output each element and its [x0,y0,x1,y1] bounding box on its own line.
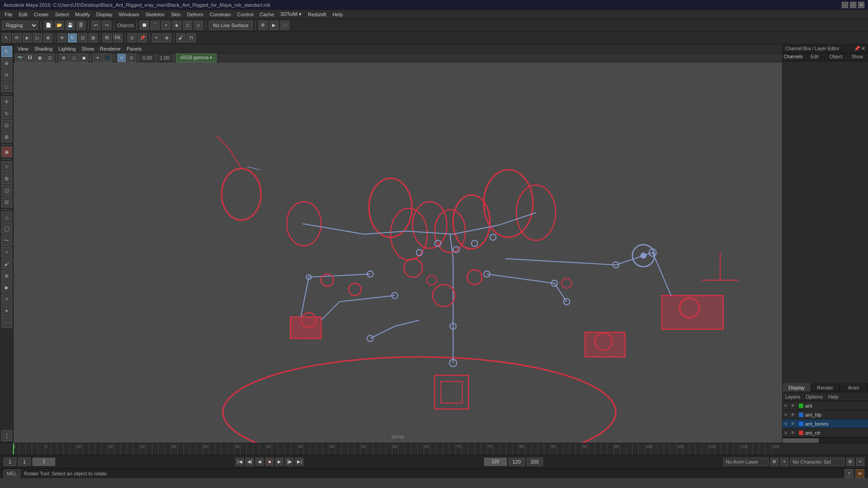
vp-menu-panels[interactable]: Panels [124,46,144,52]
rotate-tool-btn[interactable]: ↻ [68,33,77,42]
layer-ant-ctr[interactable]: V P ant_ctr [783,428,868,437]
step-back-btn[interactable]: ◀| [245,458,254,466]
menu-windows[interactable]: Windows [116,11,142,18]
help-sub[interactable]: Help [826,392,841,401]
vp-menu-lighting[interactable]: Lighting [56,46,78,52]
lasso-left-btn[interactable]: ⟳ [1,70,12,80]
char-set-add-btn[interactable]: + [856,458,864,466]
paint-select-btn[interactable]: ⬖ [23,33,32,42]
menu-display[interactable]: Display [94,11,115,18]
vp-menu-shading[interactable]: Shading [32,46,55,52]
brush-tool-btn[interactable]: ▷ [33,33,42,42]
status-maya-btn[interactable]: M [855,469,864,478]
pin-btn[interactable]: 📌 [138,33,147,42]
soft-mod2-btn[interactable]: ⊕ [162,33,171,42]
viewport-canvas[interactable]: persp [14,62,782,443]
anim-layer-label[interactable]: No Anim Layer [723,458,769,466]
snap-point-btn[interactable]: • [161,21,170,30]
paint-btn[interactable]: 🖌 [1,258,12,269]
soft-mod-btn[interactable]: + [152,33,161,42]
create-poly-btn[interactable]: △ [1,211,12,222]
lasso-tool-btn[interactable]: ⟳ [12,33,21,42]
range-end-indicator[interactable]: 120 [484,458,507,466]
edge-btn[interactable]: ⊞ [1,173,12,184]
layer-ant-bones-p[interactable]: P [792,422,797,426]
paint-select-left-btn[interactable]: ⊕ [1,58,12,69]
misc-btn[interactable]: ⋯ [1,317,12,328]
marquee-left-btn[interactable]: □ [1,81,12,92]
show-manip-btn[interactable]: ⊙ [127,33,137,42]
vp-cam-btn[interactable]: 📷 [15,53,24,62]
more-tools-btn[interactable]: ⋮ [1,430,12,441]
paint-wt-btn[interactable]: ⊓ [187,33,196,42]
right-panel-scrollbar[interactable] [783,437,868,443]
go-start-btn[interactable]: |◀ [236,458,244,466]
edit-tab[interactable]: Edit [804,53,825,61]
playhead[interactable] [13,443,14,455]
vertex-btn[interactable]: ⊹ [1,161,12,172]
menu-file[interactable]: File [2,11,15,18]
create-curve-btn[interactable]: 〜 [1,235,12,246]
redo-btn[interactable]: ↪ [102,21,111,30]
snap-view-btn[interactable]: ◻ [183,21,192,30]
minimize-button[interactable]: – [842,2,848,8]
move-tool-btn[interactable]: ✛ [57,33,66,42]
render-tab[interactable]: Render [811,383,840,392]
menu-3dtoall[interactable]: 3DToAll ▾ [278,11,304,18]
render-left-btn[interactable]: ▶ [1,282,12,293]
play-fwd-btn[interactable]: ▶ [275,458,283,466]
menu-create[interactable]: Create [31,11,52,18]
display-btn[interactable]: ⊕ [1,270,12,281]
menu-constrain[interactable]: Constrain [207,11,234,18]
layer-ant-ctr-v[interactable]: V [784,431,790,435]
start-frame-input[interactable]: 1 [4,458,16,466]
snap-live-btn[interactable]: ◇ [194,21,203,30]
ruler-ticks-container[interactable]: 1510152025303540455055606570758085909510… [13,443,855,455]
current-frame-input[interactable]: 1 [18,458,31,466]
layer-ant-bones-v[interactable]: V [784,422,790,426]
scale-tool-btn[interactable]: ⊡ [78,33,87,42]
show-tab[interactable]: Show [847,53,868,61]
paint-skin-btn[interactable]: 🖌 [176,33,185,42]
menu-deform[interactable]: Deform [184,11,206,18]
vp-shadow-btn[interactable]: 🌑 [103,53,112,62]
universal-left-btn[interactable]: ⊞ [1,131,12,142]
layer-ant-bones[interactable]: V P ant_bones [783,419,868,428]
save-as-btn[interactable]: 🗄 [76,21,85,30]
layer-ant-p[interactable]: P [792,404,797,408]
display-tab[interactable]: Display [783,383,811,392]
anim-layer-add-btn[interactable]: + [780,458,788,466]
help-line-btn[interactable]: ? [844,469,854,478]
vp-menu-view[interactable]: View [15,46,31,52]
vp-menu-show[interactable]: Show [80,46,97,52]
universal-manip-btn[interactable]: ⊞ [89,33,98,42]
vp-xray-btn[interactable]: ⊡ [127,53,136,62]
vp-smooth-btn[interactable]: ◻ [69,53,78,62]
char-set-btn[interactable]: ⚙ [846,458,854,466]
vp-wire-btn[interactable]: ⊞ [59,53,68,62]
scale-left-btn[interactable]: ⊡ [1,120,12,131]
color-profile-btn[interactable]: sRGB gamma ▾ [176,53,217,62]
vp-menu-renderer[interactable]: Renderer [98,46,123,52]
move-left-btn[interactable]: ✛ [1,96,12,107]
vp-hud-btn[interactable]: ◫ [45,53,54,62]
snap-curve-btn[interactable]: ⌒ [151,21,160,30]
layer-ant-hip-v[interactable]: V [784,413,790,417]
open-btn[interactable]: 📂 [55,21,64,30]
render-btn[interactable]: ▶ [269,21,278,30]
char-set-label[interactable]: No Character Set [790,458,844,466]
stop-btn[interactable]: ■ [265,458,274,466]
save-btn[interactable]: 💾 [66,21,75,30]
layer-ant-hip-p[interactable]: P [792,413,797,417]
menu-cache[interactable]: Cache [257,11,277,18]
render-settings-btn[interactable]: ⚙ [259,21,268,30]
vp-grid-btn[interactable]: ▦ [35,53,44,62]
anim-layer-btn[interactable]: ⚙ [770,458,778,466]
layer-ant-v[interactable]: V [784,404,790,408]
play-back-btn[interactable]: ◀ [255,458,264,466]
go-end-btn[interactable]: ▶| [295,458,303,466]
vp-light-btn[interactable]: ☀ [93,53,102,62]
select-mode-btn[interactable]: ↖ [1,46,12,57]
mode-select[interactable]: Rigging [2,21,38,30]
max-frame-input[interactable]: 200 [527,458,543,466]
